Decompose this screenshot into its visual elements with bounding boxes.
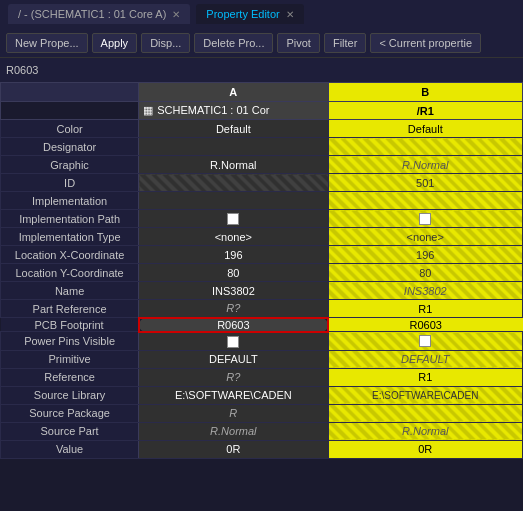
table-row: NameINS3802INS3802 bbox=[1, 282, 523, 300]
property-table-container: A B ▦SCHEMATIC1 : 01 Cor /R1 ColorDefaul… bbox=[0, 82, 523, 511]
delete-pro-button[interactable]: Delete Pro... bbox=[194, 33, 273, 53]
row-col-b[interactable]: 196 bbox=[328, 246, 522, 264]
schema-label-col bbox=[1, 102, 139, 120]
row-col-a[interactable]: R? bbox=[139, 300, 328, 318]
row-col-a[interactable]: R0603 bbox=[139, 318, 328, 332]
row-label-cell: Primitive bbox=[1, 350, 139, 368]
row-label-cell: Source Package bbox=[1, 404, 139, 422]
pivot-button[interactable]: Pivot bbox=[277, 33, 319, 53]
row-label-cell: Part Reference bbox=[1, 300, 139, 318]
disp-button[interactable]: Disp... bbox=[141, 33, 190, 53]
table-row: Source PackageR bbox=[1, 404, 523, 422]
row-col-b[interactable]: R1 bbox=[328, 368, 522, 386]
row-col-a[interactable] bbox=[139, 138, 328, 156]
table-row: Part ReferenceR?R1 bbox=[1, 300, 523, 318]
row-col-b[interactable] bbox=[328, 138, 522, 156]
row-col-b[interactable]: R0603 bbox=[328, 318, 522, 332]
table-icon: ▦ bbox=[143, 104, 153, 116]
row-col-a[interactable]: 80 bbox=[139, 264, 328, 282]
table-row: ID501 bbox=[1, 174, 523, 192]
row-col-b[interactable]: <none> bbox=[328, 228, 522, 246]
row-col-b[interactable] bbox=[328, 192, 522, 210]
table-row: Location Y-Coordinate8080 bbox=[1, 264, 523, 282]
new-prop-button[interactable]: New Prope... bbox=[6, 33, 88, 53]
row-label-cell: Value bbox=[1, 440, 139, 458]
header-col-a[interactable]: A bbox=[139, 83, 328, 102]
row-label-cell: Designator bbox=[1, 138, 139, 156]
tab-schematic[interactable]: / - (SCHEMATIC1 : 01 Core A) ✕ bbox=[8, 4, 190, 24]
schema-row: ▦SCHEMATIC1 : 01 Cor /R1 bbox=[1, 102, 523, 120]
schema-col-b[interactable]: /R1 bbox=[328, 102, 522, 120]
row-col-a[interactable] bbox=[139, 210, 328, 228]
apply-button[interactable]: Apply bbox=[92, 33, 138, 53]
search-value: R0603 bbox=[6, 64, 38, 76]
tab-property-editor-label: Property Editor bbox=[206, 8, 279, 20]
row-col-b[interactable]: R1 bbox=[328, 300, 522, 318]
row-col-b[interactable]: INS3802 bbox=[328, 282, 522, 300]
row-col-a[interactable]: <none> bbox=[139, 228, 328, 246]
table-row: Value0R0R bbox=[1, 440, 523, 458]
row-label-cell: Source Library bbox=[1, 386, 139, 404]
current-props-button[interactable]: < Current propertie bbox=[370, 33, 481, 53]
row-label-cell: Location Y-Coordinate bbox=[1, 264, 139, 282]
table-row: Source PartR.NormalR.Normal bbox=[1, 422, 523, 440]
row-col-b[interactable]: R.Normal bbox=[328, 156, 522, 174]
row-col-a[interactable]: INS3802 bbox=[139, 282, 328, 300]
title-bar: / - (SCHEMATIC1 : 01 Core A) ✕ Property … bbox=[0, 0, 523, 28]
tab-schematic-close[interactable]: ✕ bbox=[172, 9, 180, 20]
row-col-b[interactable]: DEFAULT bbox=[328, 350, 522, 368]
table-row: ReferenceR?R1 bbox=[1, 368, 523, 386]
table-row: Implementation Path bbox=[1, 210, 523, 228]
row-col-a[interactable]: 196 bbox=[139, 246, 328, 264]
row-label-cell: Color bbox=[1, 120, 139, 138]
search-row: R0603 bbox=[0, 58, 523, 82]
row-col-b[interactable]: R.Normal bbox=[328, 422, 522, 440]
table-row: ColorDefaultDefault bbox=[1, 120, 523, 138]
schema-col-a[interactable]: ▦SCHEMATIC1 : 01 Cor bbox=[139, 102, 328, 120]
row-label-cell: Name bbox=[1, 282, 139, 300]
row-col-b[interactable] bbox=[328, 210, 522, 228]
row-col-a[interactable]: R bbox=[139, 404, 328, 422]
table-header-row: A B bbox=[1, 83, 523, 102]
table-row: Location X-Coordinate196196 bbox=[1, 246, 523, 264]
toolbar: New Prope... Apply Disp... Delete Pro...… bbox=[0, 28, 523, 58]
row-col-a[interactable]: E:\SOFTWARE\CADEN bbox=[139, 386, 328, 404]
row-col-a[interactable]: R? bbox=[139, 368, 328, 386]
header-col-b[interactable]: B bbox=[328, 83, 522, 102]
row-label-cell: ID bbox=[1, 174, 139, 192]
table-row: PrimitiveDEFAULTDEFAULT bbox=[1, 350, 523, 368]
row-label-cell: Implementation Type bbox=[1, 228, 139, 246]
row-col-b[interactable]: 501 bbox=[328, 174, 522, 192]
row-col-a[interactable]: R.Normal bbox=[139, 156, 328, 174]
row-col-a[interactable] bbox=[139, 174, 328, 192]
row-col-b[interactable]: 80 bbox=[328, 264, 522, 282]
table-row: Implementation Type<none><none> bbox=[1, 228, 523, 246]
row-col-a[interactable]: 0R bbox=[139, 440, 328, 458]
row-col-b[interactable]: E:\SOFTWARE\CADEN bbox=[328, 386, 522, 404]
row-col-b[interactable]: 0R bbox=[328, 440, 522, 458]
row-col-a[interactable]: R.Normal bbox=[139, 422, 328, 440]
table-row: Designator bbox=[1, 138, 523, 156]
tab-property-editor-close[interactable]: ✕ bbox=[286, 9, 294, 20]
table-row: Power Pins Visible bbox=[1, 332, 523, 351]
tab-schematic-label: / - (SCHEMATIC1 : 01 Core A) bbox=[18, 8, 166, 20]
property-table: A B ▦SCHEMATIC1 : 01 Cor /R1 ColorDefaul… bbox=[0, 82, 523, 459]
filter-button[interactable]: Filter bbox=[324, 33, 366, 53]
row-col-b[interactable] bbox=[328, 332, 522, 351]
row-col-a[interactable] bbox=[139, 192, 328, 210]
row-col-b[interactable] bbox=[328, 404, 522, 422]
row-label-cell: Graphic bbox=[1, 156, 139, 174]
table-row: GraphicR.NormalR.Normal bbox=[1, 156, 523, 174]
row-col-b[interactable]: Default bbox=[328, 120, 522, 138]
row-col-a[interactable] bbox=[139, 332, 328, 351]
row-label-cell: Location X-Coordinate bbox=[1, 246, 139, 264]
row-label-cell: Source Part bbox=[1, 422, 139, 440]
row-col-a[interactable]: DEFAULT bbox=[139, 350, 328, 368]
row-label-cell: Reference bbox=[1, 368, 139, 386]
row-label-cell: PCB Footprint bbox=[1, 318, 139, 332]
row-col-a[interactable]: Default bbox=[139, 120, 328, 138]
row-label-cell: Implementation Path bbox=[1, 210, 139, 228]
table-row: Source LibraryE:\SOFTWARE\CADENE:\SOFTWA… bbox=[1, 386, 523, 404]
tab-property-editor[interactable]: Property Editor ✕ bbox=[196, 4, 303, 24]
row-label-cell: Power Pins Visible bbox=[1, 332, 139, 351]
